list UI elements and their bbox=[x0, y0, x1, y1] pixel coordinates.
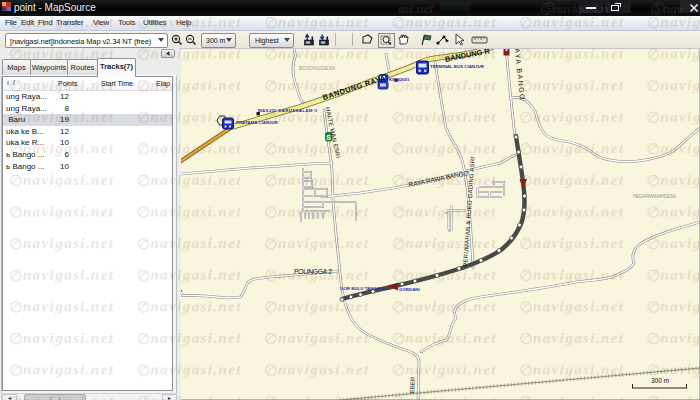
svg-text:KM-42001: KM-42001 bbox=[389, 77, 410, 82]
svg-text:300 m: 300 m bbox=[651, 377, 669, 384]
svg-text:GOR BULU TANGKIS: GOR BULU TANGKIS bbox=[340, 286, 384, 291]
svg-text:EBER: EBER bbox=[409, 376, 416, 393]
svg-text:PRATAMA CIANJUR: PRATAMA CIANJUR bbox=[236, 120, 279, 125]
svg-text:POLINGGA 2: POLINGGA 2 bbox=[294, 268, 332, 275]
svg-text:HEGARMANAHDESA: HEGARMANAHDESA bbox=[633, 193, 677, 199]
svg-text:MASJID DARUSSALAM II: MASJID DARUSSALAM II bbox=[258, 108, 317, 113]
svg-text:BOJONGIDESA: BOJONGIDESA bbox=[299, 65, 336, 71]
svg-text:GORDANI: GORDANI bbox=[399, 287, 420, 292]
svg-text:TERMINAL BUS CIANJUR: TERMINAL BUS CIANJUR bbox=[430, 64, 485, 69]
